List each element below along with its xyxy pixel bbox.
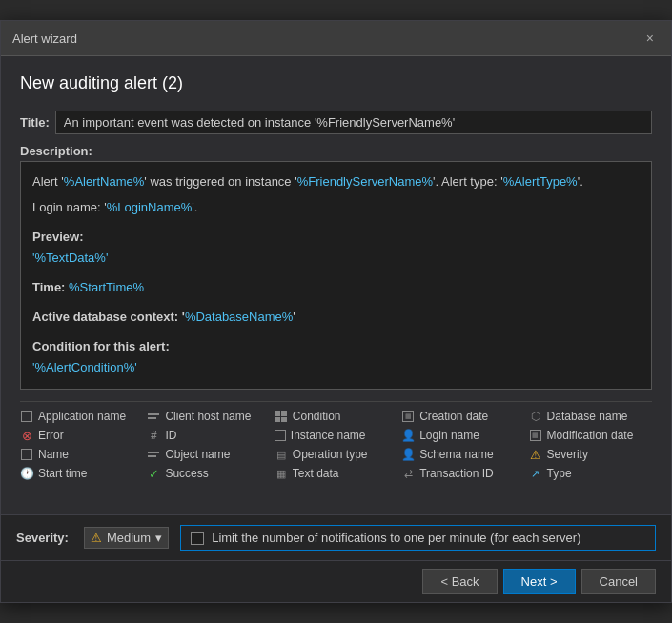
severity-icon: ⚠ — [91, 531, 102, 545]
desc-preview-label: Preview: — [32, 230, 83, 244]
severity-warning-icon: ⚠ — [529, 448, 542, 461]
title-label-row: Title: — [20, 111, 652, 134]
desc-db: %DatabaseName% — [185, 310, 293, 324]
token-label: Client host name — [165, 410, 251, 423]
token-condition[interactable]: Condition — [275, 410, 397, 423]
token-client-host-name[interactable]: Client host name — [147, 410, 270, 423]
token-label: Object name — [165, 448, 230, 461]
token-label: Success — [165, 467, 208, 480]
token-label: ID — [165, 429, 176, 442]
token-error[interactable]: ⊗ Error — [20, 429, 143, 442]
token-label: Database name — [547, 410, 628, 423]
token-label: Type — [547, 467, 572, 480]
dialog-body: New auditing alert (2) Title: Descriptio… — [1, 56, 671, 514]
token-database-name[interactable]: ⬡ Database name — [529, 410, 652, 423]
grid-icon — [275, 410, 288, 423]
desc-alert-close: '. — [578, 174, 583, 189]
token-creation-date[interactable]: ▦ Creation date — [401, 410, 524, 423]
token-label: Transaction ID — [419, 467, 494, 480]
token-label: Start time — [38, 467, 87, 480]
desc-alert-type: %AlertType% — [503, 174, 578, 189]
desc-preview: '%TextData%' — [32, 251, 108, 265]
token-label: Application name — [38, 410, 126, 423]
close-button[interactable]: × — [641, 29, 660, 48]
severity-dropdown-arrow: ▾ — [155, 531, 162, 545]
token-label: Modification date — [547, 429, 634, 442]
type-icon: ↗ — [529, 467, 542, 480]
hash-icon: # — [147, 429, 160, 442]
description-label: Description: — [20, 144, 652, 158]
limit-notification-label: Limit the number of notifications to one… — [212, 531, 580, 545]
token-label: Instance name — [291, 429, 366, 442]
desc-alert-end: '. Alert type: ' — [433, 174, 503, 189]
token-label: Creation date — [419, 410, 488, 423]
token-id[interactable]: # ID — [147, 429, 270, 442]
desc-login-pre: Login name: ' — [32, 200, 107, 214]
token-label: Schema name — [419, 448, 493, 461]
alert-wizard-dialog: Alert wizard × New auditing alert (2) Ti… — [0, 20, 672, 603]
text-data-icon: ▦ — [275, 467, 288, 480]
token-success[interactable]: ✓ Success — [147, 467, 270, 480]
desc-alert-server: %FriendlyServerName% — [297, 174, 433, 189]
desc-time-label: Time: — [32, 280, 65, 294]
title-input[interactable] — [55, 111, 652, 134]
token-operation-type[interactable]: ▤ Operation type — [275, 448, 397, 461]
limit-notification-checkbox[interactable] — [191, 532, 204, 545]
token-label: Severity — [547, 448, 588, 461]
token-label: Condition — [293, 410, 341, 423]
token-severity[interactable]: ⚠ Severity — [529, 448, 652, 461]
limit-notification-area: Limit the number of notifications to one… — [180, 525, 656, 551]
token-start-time[interactable]: 🕐 Start time — [20, 467, 143, 480]
page-title: New auditing alert (2) — [20, 73, 652, 93]
object-icon — [147, 448, 160, 461]
token-name[interactable]: Name — [20, 448, 143, 461]
token-modification-date[interactable]: ▦ Modification date — [529, 429, 652, 442]
check-icon: ✓ — [147, 467, 160, 480]
severity-dropdown[interactable]: ⚠ Medium ▾ — [84, 527, 169, 549]
desc-login-end: '. — [192, 200, 197, 214]
name-icon — [20, 448, 33, 461]
transaction-icon: ⇄ — [401, 467, 415, 480]
desc-db-end: ' — [293, 310, 295, 324]
error-icon: ⊗ — [20, 429, 33, 442]
token-type[interactable]: ↗ Type — [529, 467, 652, 480]
dialog-title: Alert wizard — [12, 31, 77, 46]
token-application-name[interactable]: Application name — [20, 410, 143, 423]
token-login-name[interactable]: 👤 Login name — [401, 429, 524, 442]
bottom-controls: Severity: ⚠ Medium ▾ Limit the number of… — [1, 514, 671, 560]
person-icon: 👤 — [401, 429, 415, 442]
severity-label: Severity: — [16, 531, 69, 545]
db-icon: ⬡ — [529, 410, 542, 423]
desc-alert-mid: ' was triggered on instance ' — [144, 174, 296, 189]
title-field-group: Title: — [20, 111, 652, 134]
lines-icon — [147, 410, 160, 423]
token-label: Error — [38, 429, 64, 442]
desc-login: %LoginName% — [107, 200, 193, 214]
instance-icon — [275, 430, 286, 441]
next-button[interactable]: Next > — [503, 569, 576, 594]
tokens-section: Application name Client host name Condit… — [20, 401, 652, 488]
back-button[interactable]: < Back — [422, 569, 497, 594]
calendar-icon: ▦ — [401, 410, 415, 423]
footer-buttons: < Back Next > Cancel — [1, 560, 671, 602]
token-label: Login name — [419, 429, 479, 442]
title-bar: Alert wizard × — [1, 21, 671, 56]
token-instance-name[interactable]: Instance name — [275, 429, 397, 442]
title-label: Title: — [20, 115, 50, 130]
desc-db-pre: Active database context: ' — [32, 310, 185, 324]
token-text-data[interactable]: ▦ Text data — [275, 467, 397, 480]
clock-icon: 🕐 — [20, 467, 33, 480]
tokens-grid: Application name Client host name Condit… — [20, 401, 652, 488]
desc-cond-label: Condition for this alert: — [32, 339, 170, 353]
token-object-name[interactable]: Object name — [147, 448, 270, 461]
desc-alert-name: %AlertName% — [64, 174, 145, 189]
desc-time: %StartTime% — [69, 280, 144, 294]
square-icon — [20, 410, 33, 423]
token-label: Operation type — [293, 448, 368, 461]
token-schema-name[interactable]: 👤 Schema name — [401, 448, 524, 461]
mod-cal-icon: ▦ — [529, 429, 542, 442]
cancel-button[interactable]: Cancel — [581, 569, 656, 594]
token-transaction-id[interactable]: ⇄ Transaction ID — [401, 467, 524, 480]
schema-icon: 👤 — [401, 448, 415, 461]
description-content[interactable]: Alert '%AlertName%' was triggered on ins… — [20, 161, 652, 390]
